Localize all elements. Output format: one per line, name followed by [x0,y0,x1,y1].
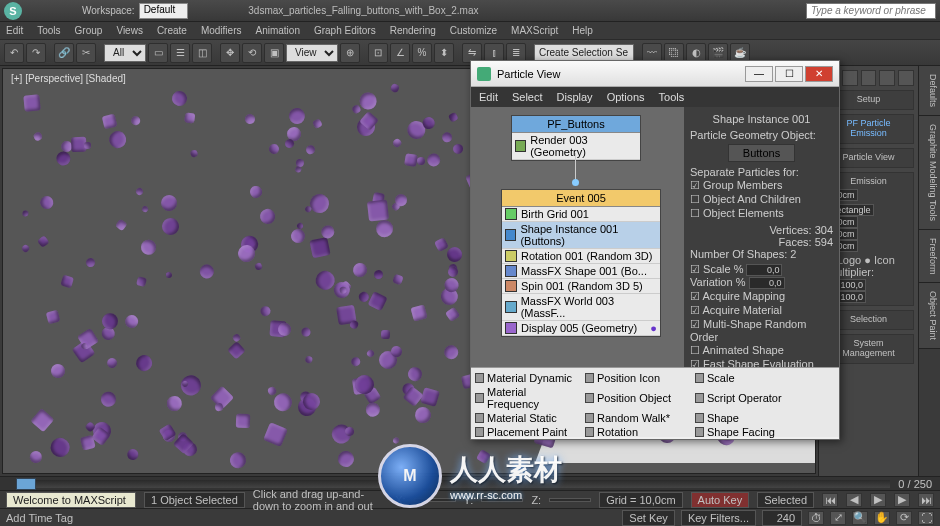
pf-source-node[interactable]: PF_Buttons Render 003 (Geometry) [511,115,641,161]
snap-icon[interactable]: ⊡ [368,43,388,63]
pv-menu-options[interactable]: Options [607,91,645,103]
scale-input[interactable]: 0,0 [746,264,782,276]
op-display[interactable]: Display 005 (Geometry)● [502,321,660,336]
unlink-icon[interactable]: ✂ [76,43,96,63]
menu-modifiers[interactable]: Modifiers [201,25,242,36]
geom-pick-button[interactable]: Buttons [728,144,795,162]
menu-customize[interactable]: Customize [450,25,497,36]
pv-titlebar[interactable]: Particle View — ☐ ✕ [471,61,839,87]
pv-menu-display[interactable]: Display [557,91,593,103]
op-spin[interactable]: Spin 001 (Random 3D 5) [502,279,660,294]
render-operator[interactable]: Render 003 (Geometry) [512,133,640,160]
anglesnap-icon[interactable]: ∠ [390,43,410,63]
maximize-icon[interactable]: ☐ [775,66,803,82]
menu-edit[interactable]: Edit [6,25,23,36]
depot-material-static[interactable]: Material Static [475,412,575,424]
menu-maxscript[interactable]: MAXScript [511,25,558,36]
icon-radio[interactable]: ● Icon [864,254,895,266]
op-birth-grid[interactable]: Birth Grid 001 [502,207,660,222]
pv-menu-tools[interactable]: Tools [659,91,685,103]
pan-icon[interactable]: ✋ [874,511,890,525]
pf-source-header[interactable]: PF_Buttons [512,116,640,133]
depot-script-operator[interactable]: Script Operator [695,386,795,410]
x-coord[interactable] [414,498,456,502]
workspace-dropdown[interactable]: Default [139,3,189,19]
menu-views[interactable]: Views [116,25,143,36]
chk-acq-material[interactable]: ☑ Acquire Material [690,304,833,317]
op-massfx-world[interactable]: MassFX World 003 (MassF... [502,294,660,321]
event-header[interactable]: Event 005 [502,190,660,207]
menu-grapheditors[interactable]: Graph Editors [314,25,376,36]
minimize-icon[interactable]: — [745,66,773,82]
menu-rendering[interactable]: Rendering [390,25,436,36]
vtab-defaults[interactable]: Defaults [919,66,940,116]
undo-icon[interactable]: ↶ [4,43,24,63]
frame-input[interactable]: 240 [762,510,802,526]
select-name-icon[interactable]: ☰ [170,43,190,63]
variation-input[interactable]: 0,0 [749,277,785,289]
pivot-icon[interactable]: ⊕ [340,43,360,63]
hierarchy-tab-icon[interactable] [861,70,877,86]
pv-menu-edit[interactable]: Edit [479,91,498,103]
spinnersnap-icon[interactable]: ⬍ [434,43,454,63]
depot-rotation[interactable]: Rotation [585,426,685,438]
event-node[interactable]: Event 005 Birth Grid 001 Shape Instance … [501,189,661,337]
chk-animated[interactable]: ☐ Animated Shape [690,344,833,357]
vtab-objectpaint[interactable]: Object Paint [919,283,940,349]
op-shape-instance[interactable]: Shape Instance 001 (Buttons) [502,222,660,249]
zoom-extents-icon[interactable]: ⤢ [830,511,846,525]
time-slider[interactable] [16,480,890,488]
keyfilters-button[interactable]: Key Filters... [681,510,756,526]
chk-group-members[interactable]: ☑ Group Members [690,179,833,192]
select-region-icon[interactable]: ◫ [192,43,212,63]
depot-position-object[interactable]: Position Object [585,386,685,410]
menu-create[interactable]: Create [157,25,187,36]
vtab-freeform[interactable]: Freeform [919,230,940,284]
y-coord[interactable] [481,498,523,502]
menu-animation[interactable]: Animation [255,25,299,36]
pv-canvas[interactable]: PF_Buttons Render 003 (Geometry) Event 0… [471,107,684,367]
rotate-icon[interactable]: ⟲ [242,43,262,63]
setkey-button[interactable]: Set Key [622,510,675,526]
menu-help[interactable]: Help [572,25,593,36]
autokey-button[interactable]: Auto Key [691,492,750,508]
depot-shape[interactable]: Shape [695,412,795,424]
motion-tab-icon[interactable] [879,70,895,86]
depot-position-icon[interactable]: Position Icon [585,372,685,384]
depot-material-dynamic[interactable]: Material Dynamic [475,372,575,384]
search-input[interactable] [806,3,936,19]
goto-start-icon[interactable]: ⏮ [822,493,838,507]
percentsnap-icon[interactable]: % [412,43,432,63]
timeslider-thumb[interactable] [16,478,36,490]
z-coord[interactable] [549,498,591,502]
link-icon[interactable]: 🔗 [54,43,74,63]
chk-obj-elements[interactable]: ☐ Object Elements [690,207,833,220]
op-rotation[interactable]: Rotation 001 (Random 3D) [502,249,660,264]
depot-random-walk[interactable]: Random Walk* [585,412,685,424]
refcoord-dropdown[interactable]: View [286,44,338,62]
depot-scale[interactable]: Scale [695,372,795,384]
op-massfx-shape[interactable]: MassFX Shape 001 (Bo... [502,264,660,279]
play-icon[interactable]: ▶ [870,493,886,507]
maximize-vp-icon[interactable]: ⛶ [918,511,934,525]
redo-icon[interactable]: ↷ [26,43,46,63]
depot-material-frequency[interactable]: Material Frequency [475,386,575,410]
orbit-icon[interactable]: ⟳ [896,511,912,525]
depot-placement-paint[interactable]: Placement Paint [475,426,575,438]
named-selection-input[interactable] [534,44,634,62]
next-frame-icon[interactable]: ▶ [894,493,910,507]
modify-tab-icon[interactable] [842,70,858,86]
menu-group[interactable]: Group [75,25,103,36]
keymode-dropdown[interactable]: Selected [757,492,814,508]
viewport-label[interactable]: [+] [Perspective] [Shaded] [11,73,126,84]
goto-end-icon[interactable]: ⏭ [918,493,934,507]
depot-shape-facing[interactable]: Shape Facing [695,426,795,438]
select-icon[interactable]: ▭ [148,43,168,63]
menu-tools[interactable]: Tools [37,25,60,36]
display-tab-icon[interactable] [898,70,914,86]
maxscript-listener[interactable]: Welcome to MAXScript [6,492,136,508]
chk-fast-eval[interactable]: ☑ Fast Shape Evaluation [690,358,833,367]
timeconfig-icon[interactable]: ⏱ [808,511,824,525]
timeline[interactable]: 0 / 250 [0,476,940,490]
prev-frame-icon[interactable]: ◀ [846,493,862,507]
